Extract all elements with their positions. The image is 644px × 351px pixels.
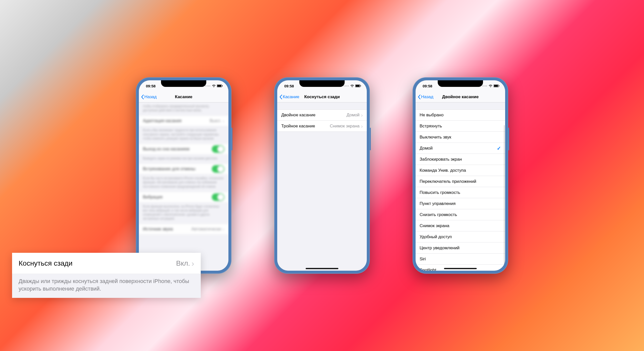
toggle-on[interactable] [212,165,224,173]
option-row[interactable]: Снимок экрана [416,220,505,231]
row-label: Коснуться сзади [19,259,72,267]
chevron-left-icon [141,94,144,99]
side-button [370,128,371,150]
option-label: Пункт управления [420,201,456,206]
notch [299,80,345,87]
cellular-dots-icon: •••• [482,85,488,87]
option-row[interactable]: Заблокировать экран [416,154,505,165]
option-label: Повысить громкость [420,190,460,195]
option-label: Не выбрано [420,113,444,118]
svg-rect-2 [222,85,223,86]
cellular-dots-icon: •••• [205,85,211,87]
row-sound[interactable]: Источник звука Автоматически › [139,224,228,235]
svg-rect-5 [360,85,361,86]
option-row[interactable]: Siri [416,254,505,265]
chevron-right-icon: › [361,113,363,118]
wifi-icon [489,84,493,87]
option-row[interactable]: Центр уведомлений [416,242,505,254]
row-value: Снимок экрана [330,124,359,129]
chevron-right-icon: › [191,259,194,267]
callout-note: Дважды или трижды коснуться задней повер… [12,274,201,298]
option-row[interactable]: Пункт управления [416,198,505,209]
toggle-on[interactable] [212,193,224,201]
checkmark-icon: ✓ [497,145,501,151]
battery-icon [494,84,500,87]
wifi-icon [212,84,216,87]
battery-icon [355,84,361,87]
option-row[interactable]: Spotlight [416,265,505,271]
option-row[interactable]: Снизить громкость [416,209,505,220]
phone-1: 09:58 •••• Назад Касание [136,77,231,274]
option-label: Встряхнуть [420,124,442,129]
back-button[interactable]: Касание [279,94,299,99]
content-area[interactable]: чтобы отображать предварительный просмот… [139,102,228,271]
row-label: Тройное касание [281,124,315,129]
option-label: Переключатель приложений [420,179,476,184]
option-row[interactable]: Не выбрано [416,110,505,121]
content-area[interactable]: Не выбраноВстряхнутьВыключить звукДомой✓… [416,102,505,271]
row-tap-option[interactable]: Двойное касаниеДомой› [277,110,367,121]
home-indicator[interactable] [306,268,338,269]
option-row[interactable]: Встряхнуть [416,121,505,132]
cellular-dots-icon: •••• [344,85,349,87]
row-back-tap[interactable]: Коснуться сзади Вкл. › [12,253,201,274]
option-row[interactable]: Выключить звук [416,132,505,143]
back-label: Касание [283,94,299,99]
row-value: Вкл. [176,259,190,267]
callout-back-tap: Коснуться сзади Вкл. › Дважды или трижды… [12,253,201,298]
option-row[interactable]: Домой✓ [416,143,505,154]
toggle-on[interactable] [212,145,224,153]
svg-rect-8 [499,85,499,86]
row-vibe[interactable]: Вибрация [139,192,228,203]
chevron-left-icon [279,94,282,99]
option-row[interactable]: Удобный доступ [416,231,505,242]
chevron-right-icon: › [223,118,224,123]
back-label: Назад [144,94,157,99]
svg-rect-1 [217,85,221,87]
back-label: Назад [421,94,433,99]
notch [438,80,483,87]
chevron-right-icon: › [223,227,224,232]
option-label: Заблокировать экран [420,157,462,162]
row-label: Двойное касание [281,113,315,118]
blurred-settings: чтобы отображать предварительный просмот… [139,102,228,240]
content-area[interactable]: Двойное касаниеДомой›Тройное касаниеСним… [277,102,367,271]
side-button [508,128,509,150]
option-label: Команда Унив. доступа [420,168,466,173]
notch [161,80,206,87]
option-label: Spotlight [420,268,436,271]
back-button[interactable]: Назад [418,94,433,99]
chevron-right-icon: › [361,124,363,129]
status-time: 09:58 [284,84,294,88]
row-adapt[interactable]: Адаптация касания Выкл. › [139,115,228,126]
phone-2: 09:58 •••• Касание Коснуться сзади [274,77,370,274]
option-row[interactable]: Команда Унив. доступа [416,165,505,176]
row-shake[interactable]: Встряхивание для отмены [139,163,228,174]
back-button[interactable]: Назад [141,94,157,99]
option-label: Снимок экрана [420,223,449,228]
status-time: 09:58 [146,84,155,88]
option-label: Домой [420,146,433,151]
nav-bar: Назад Двойное касание [416,91,505,102]
wifi-icon [350,84,354,87]
option-label: Удобный доступ [420,234,452,239]
option-label: Центр уведомлений [420,245,460,251]
svg-rect-7 [494,85,498,87]
option-label: Снизить громкость [420,212,457,217]
phone-3: 09:58 •••• Назад Двойное касание [413,77,508,274]
chevron-left-icon [418,94,421,99]
row-wake[interactable]: Выход из сна касанием [139,144,228,155]
side-button [231,128,232,150]
option-label: Выключить звук [420,135,451,140]
battery-icon [217,84,223,87]
scrollbar[interactable] [504,125,505,271]
row-value: Домой [347,113,360,118]
option-row[interactable]: Переключатель приложений [416,176,505,187]
nav-bar: Назад Касание [139,91,228,102]
option-row[interactable]: Повысить громкость [416,187,505,198]
home-indicator[interactable] [444,268,477,269]
svg-rect-4 [356,85,360,87]
row-tap-option[interactable]: Тройное касаниеСнимок экрана› [277,121,367,132]
status-time: 09:58 [423,84,432,88]
option-label: Siri [420,257,426,262]
